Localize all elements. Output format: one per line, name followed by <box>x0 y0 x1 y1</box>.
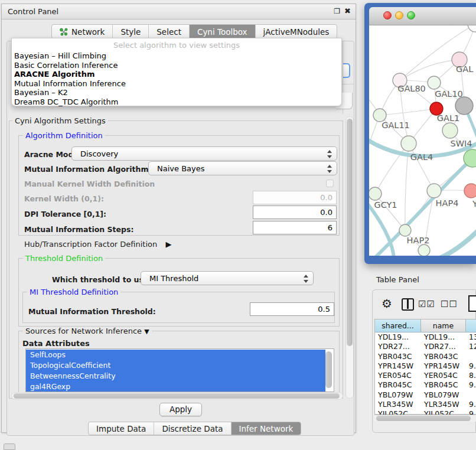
cell: YBR045C <box>421 380 466 390</box>
sources-expander[interactable]: Sources for Network Inference ▼ <box>23 327 152 335</box>
float-panel-icon[interactable]: ❐ <box>334 7 340 15</box>
tab-infer-network[interactable]: Infer Network <box>232 422 301 435</box>
gear-icon[interactable]: ⚙ <box>382 296 392 311</box>
control-panel-title: Control Panel <box>8 7 58 16</box>
expanded-arrow-icon: ▼ <box>144 328 149 335</box>
algorithm-dropdown-placeholder: Select algorithm to view settings <box>12 41 341 50</box>
hidden-groupbox-line <box>342 84 354 84</box>
tab-network[interactable]: Network <box>52 25 113 38</box>
tab-cyni-toolbox[interactable]: Cyni Toolbox <box>190 25 256 38</box>
node-label: GAL4 <box>410 152 433 162</box>
menu-item-aracne[interactable]: ARACNE Algorithm <box>14 70 339 79</box>
table-row[interactable]: YPR145W YPR145W 9. <box>375 361 476 371</box>
hub-expander[interactable]: Hub/Transcription Factor Definition ▶ <box>24 240 171 249</box>
node-label: GAL80 <box>397 84 426 93</box>
cell: YBL079W <box>375 390 421 400</box>
table-panel-toolbar: ⚙ ☑☑ ☐☐ <box>373 294 476 318</box>
tab-discretize-data[interactable]: Discretize Data <box>154 422 231 435</box>
table-body[interactable]: YDL19... YDL19... 13 YDR27... YDR27... 1… <box>375 332 476 415</box>
list-item[interactable]: SelfLoops <box>26 350 325 360</box>
tab-network-label: Network <box>71 27 105 37</box>
tab-jactivemnodules[interactable]: jActiveMNodules <box>256 25 337 38</box>
spinner-icon <box>327 164 332 174</box>
scrollbar-thumb[interactable] <box>14 393 340 399</box>
cell: 8. <box>466 371 476 380</box>
table-row[interactable]: YBR043C YBR043C <box>375 352 476 361</box>
cell: YBR045C <box>375 380 421 390</box>
settings-horizontal-scrollbar[interactable] <box>11 392 343 400</box>
tab-impute-data[interactable]: Impute Data <box>89 422 154 435</box>
table-row[interactable]: YER054C YER054C 8. <box>375 371 476 380</box>
screen: Control Panel ❐ ✖ Network Style <box>0 0 476 450</box>
list-vertical-scrollbar[interactable] <box>325 351 332 388</box>
which-threshold-label: Which threshold to use: <box>52 275 151 284</box>
network-canvas[interactable]: GAL80 GAL10 GAL1 GAL11 SWI4 GAL4 GCY1 HA… <box>369 25 476 256</box>
cyni-settings-legend: Cyni Algorithm Settings <box>12 116 108 125</box>
kernel-width-label: Kernel Width (0,1): <box>24 194 104 203</box>
menu-item-bayesian-hill-climbing[interactable]: Bayesian – Hill Climbing <box>14 51 339 61</box>
column-header-name[interactable]: name <box>421 319 466 332</box>
close-window-icon[interactable] <box>383 11 392 19</box>
mi-threshold-field[interactable]: 0.5 <box>250 302 334 316</box>
cell: YER054C <box>375 371 421 380</box>
menu-item-mutual-information[interactable]: Mutual Information Inference <box>14 79 339 89</box>
aracne-mode-combo[interactable]: Discovery <box>71 146 337 161</box>
table-row[interactable]: YBL079W YBL079W <box>375 390 476 400</box>
cell: 9. <box>466 400 476 409</box>
menu-item-basic-correlation[interactable]: Basic Correlation Inference <box>14 61 339 70</box>
scrollbar-thumb[interactable] <box>376 416 471 421</box>
cell: YER054C <box>421 371 466 380</box>
minimize-window-icon[interactable] <box>395 11 403 19</box>
deselect-all-rows-icon[interactable]: ☐☐ <box>441 299 458 309</box>
table-row[interactable]: YDR27... YDR27... 12 <box>375 342 476 351</box>
list-item[interactable]: TopologicalCoefficient <box>26 360 325 371</box>
which-threshold-combo[interactable]: MI Threshold <box>141 271 314 285</box>
cell: 9. <box>466 361 476 371</box>
tab-discretize-data-label: Discretize Data <box>162 424 223 433</box>
menu-item-dream8[interactable]: Dream8 DC_TDC Algorithm <box>14 97 339 107</box>
network-window-titlebar[interactable] <box>369 7 476 25</box>
control-panel: Control Panel ❐ ✖ Network Style <box>1 4 356 433</box>
manual-kernel-checkbox[interactable] <box>326 180 334 187</box>
apply-button[interactable]: Apply <box>159 403 202 416</box>
tab-infer-network-label: Infer Network <box>239 424 294 433</box>
list-item[interactable]: gal4RGexp <box>26 381 325 392</box>
column-header-shared-name[interactable]: shared... <box>375 319 421 332</box>
tab-style[interactable]: Style <box>113 25 149 38</box>
network-icon <box>60 28 68 36</box>
document-icon[interactable] <box>468 295 476 312</box>
algorithm-dropdown-popup: Select algorithm to view settings Bayesi… <box>11 38 342 106</box>
node-label: SWI4 <box>450 139 472 148</box>
hub-expander-label: Hub/Transcription Factor Definition <box>24 240 157 249</box>
list-item[interactable]: BetweennessCentrality <box>26 371 325 381</box>
select-all-rows-icon[interactable]: ☑☑ <box>418 299 435 309</box>
control-panel-titlebar[interactable]: Control Panel ❐ ✖ <box>2 4 356 19</box>
data-attributes-list[interactable]: SelfLoops TopologicalCoefficient Between… <box>25 348 334 392</box>
zoom-window-icon[interactable] <box>407 11 415 19</box>
table-row[interactable]: YBR045C YBR045C 9. <box>375 380 476 390</box>
scrollbar-thumb[interactable] <box>347 119 353 346</box>
aracne-mode-value: Discovery <box>72 149 118 158</box>
algorithm-definition-legend: Algorithm Definition <box>23 131 105 140</box>
mi-steps-field[interactable]: 6 <box>253 221 337 234</box>
dpi-tolerance-field[interactable]: 0.0 <box>253 206 337 219</box>
split-columns-icon[interactable] <box>402 298 414 311</box>
cell: YBL079W <box>421 390 466 400</box>
table-row[interactable]: YDL19... YDL19... 13 <box>375 332 476 342</box>
table-row[interactable]: YLR345W YLR345W 9. <box>375 400 476 409</box>
table-horizontal-scrollbar[interactable] <box>374 415 476 422</box>
mi-type-combo[interactable]: Naive Bayes <box>148 161 337 175</box>
settings-vertical-scrollbar[interactable] <box>345 116 354 399</box>
node-label: HAP4 <box>436 198 459 208</box>
focused-combo-fragment[interactable] <box>343 63 350 78</box>
mi-threshold-label: Mutual Information Threshold: <box>28 307 156 316</box>
kernel-width-field[interactable]: 0.0 <box>253 191 337 204</box>
node-table: shared... name YDL19... YDL19... 13 YDR2… <box>374 319 476 415</box>
menu-item-bayesian-k2[interactable]: Bayesian – K2 <box>14 88 339 97</box>
column-header-cut[interactable] <box>466 319 476 332</box>
close-panel-icon[interactable]: ✖ <box>344 6 351 15</box>
tab-select[interactable]: Select <box>149 25 190 38</box>
manual-kernel-label: Manual Kernel Width Definition <box>24 180 155 188</box>
bottom-tabstrip: Impute Data Discretize Data Infer Networ… <box>88 422 301 435</box>
node-label: GAL1 <box>437 113 459 123</box>
